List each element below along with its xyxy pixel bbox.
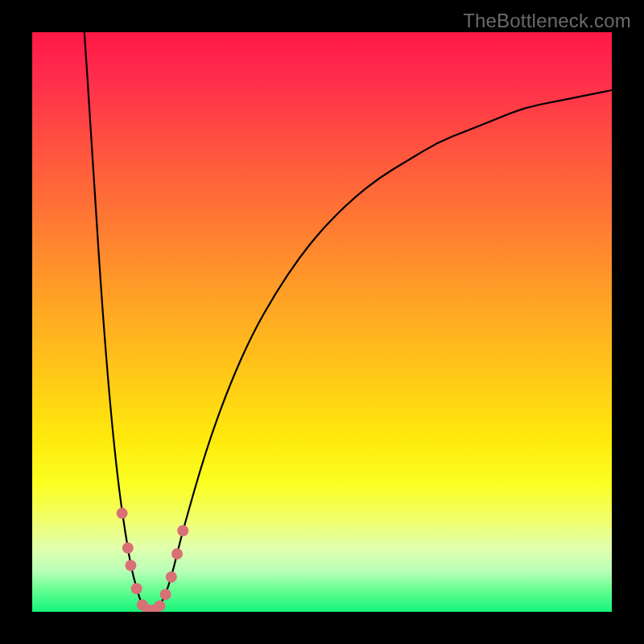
valley-marker xyxy=(160,588,171,600)
valley-marker xyxy=(166,572,177,583)
watermark-label: TheBottleneck.com xyxy=(463,10,631,32)
valley-marker xyxy=(154,601,165,612)
valley-marker xyxy=(131,583,142,594)
bottleneck-chart xyxy=(32,32,612,612)
valley-marker xyxy=(117,508,128,519)
valley-marker xyxy=(122,543,134,554)
bottleneck-curve-path xyxy=(85,32,612,612)
valley-marker xyxy=(125,559,136,571)
chart-frame: TheBottleneck.com xyxy=(0,0,644,644)
valley-marker-group xyxy=(117,508,189,612)
valley-marker xyxy=(177,525,188,536)
valley-marker xyxy=(171,548,183,559)
